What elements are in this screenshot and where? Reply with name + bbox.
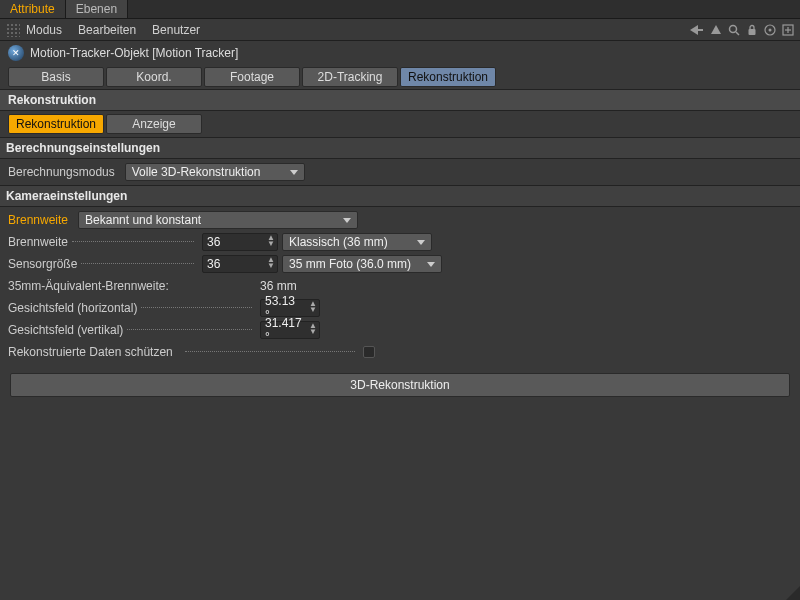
object-tabs: Basis Koord. Footage 2D-Tracking Rekonst… (0, 65, 800, 89)
label-brennweite-mode: Brennweite (8, 213, 68, 227)
label-fov-v: Gesichtsfeld (vertikal) (8, 323, 123, 337)
label-sensor: Sensorgröße (8, 257, 77, 271)
object-header: ✕ Motion-Tracker-Objekt [Motion Tracker] (0, 41, 800, 65)
row-berechnungsmodus: Berechnungsmodus Volle 3D-Rekonstruktion (8, 161, 792, 183)
search-icon[interactable] (728, 24, 740, 36)
label-protect: Rekonstruierte Daten schützen (8, 345, 173, 359)
attribute-menubar: Modus Bearbeiten Benutzer (0, 19, 800, 41)
section-rekonstruktion: Rekonstruktion (0, 89, 800, 111)
tab-ebenen[interactable]: Ebenen (66, 0, 128, 18)
svg-point-3 (730, 25, 737, 32)
svg-marker-2 (711, 25, 721, 34)
divider (185, 351, 355, 352)
select-sensor-preset[interactable]: 35 mm Foto (36.0 mm) (282, 255, 442, 273)
label-fov-h: Gesichtsfeld (horizontal) (8, 301, 137, 315)
row-fov-h: Gesichtsfeld (horizontal) 53.13 ° ▲▼ (8, 297, 792, 319)
stepper-icon[interactable]: ▲▼ (309, 301, 317, 313)
select-brennweite-preset[interactable]: Klassisch (36 mm) (282, 233, 432, 251)
row-eq35: 35mm-Äquivalent-Brennweite: 36 mm (8, 275, 792, 297)
input-sensor-value: 36 (207, 257, 220, 271)
nav-up-icon[interactable] (710, 24, 722, 36)
checkbox-protect[interactable] (363, 346, 375, 358)
row-brennweite-mode: Brennweite Bekannt und konstant (8, 209, 792, 231)
group-kamera: Kameraeinstellungen (0, 185, 800, 207)
grip-icon[interactable] (6, 23, 20, 37)
svg-line-4 (736, 32, 739, 35)
resize-corner-icon[interactable] (786, 586, 800, 600)
input-sensor[interactable]: 36 ▲▼ (202, 255, 278, 273)
run-reconstruction-button[interactable]: 3D-Rekonstruktion (10, 373, 790, 397)
lock-icon[interactable] (746, 24, 758, 36)
select-brennweite-mode[interactable]: Bekannt und konstant (78, 211, 358, 229)
row-fov-v: Gesichtsfeld (vertikal) 31.417 ° ▲▼ (8, 319, 792, 341)
divider (81, 263, 194, 264)
sub-tabs: Rekonstruktion Anzeige (0, 111, 800, 137)
subtab-anzeige[interactable]: Anzeige (106, 114, 202, 134)
row-protect: Rekonstruierte Daten schützen (8, 341, 792, 363)
input-brennweite[interactable]: 36 ▲▼ (202, 233, 278, 251)
divider (127, 329, 252, 330)
stepper-icon[interactable]: ▲▼ (267, 235, 275, 247)
target-icon[interactable] (764, 24, 776, 36)
object-name: Motion-Tracker-Objekt [Motion Tracker] (30, 46, 238, 60)
tab-koord[interactable]: Koord. (106, 67, 202, 87)
input-fov-h[interactable]: 53.13 ° ▲▼ (260, 299, 320, 317)
input-fov-v[interactable]: 31.417 ° ▲▼ (260, 321, 320, 339)
label-brennweite: Brennweite (8, 235, 68, 249)
tab-2d-tracking[interactable]: 2D-Tracking (302, 67, 398, 87)
row-sensor: Sensorgröße 36 ▲▼ 35 mm Foto (36.0 mm) (8, 253, 792, 275)
new-panel-icon[interactable] (782, 24, 794, 36)
label-eq35: 35mm-Äquivalent-Brennweite: (8, 279, 169, 293)
subtab-rekonstruktion[interactable]: Rekonstruktion (8, 114, 104, 134)
tab-footage[interactable]: Footage (204, 67, 300, 87)
menu-bearbeiten[interactable]: Bearbeiten (78, 23, 136, 37)
motion-tracker-icon: ✕ (8, 45, 24, 61)
group-berechnung: Berechnungseinstellungen (0, 137, 800, 159)
value-eq35: 36 mm (260, 279, 297, 293)
divider (72, 241, 194, 242)
select-berechnungsmodus[interactable]: Volle 3D-Rekonstruktion (125, 163, 305, 181)
svg-marker-0 (690, 25, 698, 35)
menu-benutzer[interactable]: Benutzer (152, 23, 200, 37)
stepper-icon[interactable]: ▲▼ (267, 257, 275, 269)
svg-point-7 (769, 28, 772, 31)
menu-modus[interactable]: Modus (26, 23, 62, 37)
stepper-icon[interactable]: ▲▼ (309, 323, 317, 335)
divider (141, 307, 252, 308)
row-brennweite-value: Brennweite 36 ▲▼ Klassisch (36 mm) (8, 231, 792, 253)
svg-rect-1 (698, 29, 703, 31)
nav-back-icon[interactable] (688, 24, 704, 36)
tab-basis[interactable]: Basis (8, 67, 104, 87)
input-brennweite-value: 36 (207, 235, 220, 249)
panel-tabs: Attribute Ebenen (0, 0, 800, 19)
input-fov-v-value: 31.417 ° (265, 316, 303, 344)
tab-rekonstruktion[interactable]: Rekonstruktion (400, 67, 496, 87)
svg-rect-5 (749, 29, 756, 35)
tab-attribute[interactable]: Attribute (0, 0, 66, 18)
toolbar-right (688, 24, 794, 36)
label-berechnungsmodus: Berechnungsmodus (8, 165, 115, 179)
